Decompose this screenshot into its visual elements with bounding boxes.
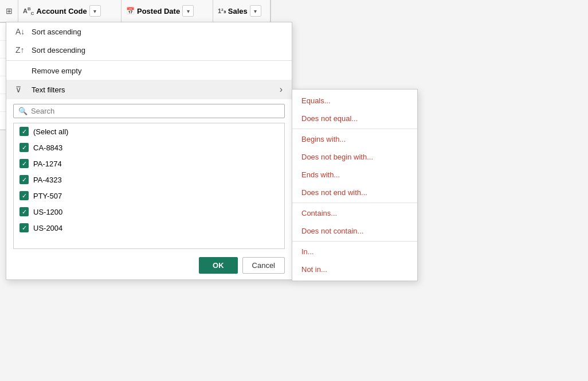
- filter-checkbox-list[interactable]: (Select all) CA-8843 PA-1274 PA-4323 PTY…: [13, 123, 285, 249]
- checkbox-select-all[interactable]: (Select all): [14, 123, 284, 139]
- date-type-icon: 📅: [126, 7, 135, 15]
- account-code-column-header[interactable]: ABC Account Code ▾: [18, 0, 121, 22]
- column-filter-dropdown: A↓ Sort ascending Z↑ Sort descending Rem…: [6, 22, 292, 280]
- submenu-begins-with[interactable]: Begins with...: [292, 130, 417, 148]
- search-box[interactable]: 🔍: [13, 104, 285, 118]
- submenu-does-not-contain[interactable]: Does not contain...: [292, 222, 417, 240]
- sort-ascending-icon: A↓: [15, 27, 27, 36]
- text-filters-left: ⊽ Text filters: [15, 85, 65, 94]
- text-filters-label: Text filters: [32, 85, 65, 94]
- filter-icon: ⊽: [15, 85, 27, 94]
- checkbox-pa-1274-label: PA-1274: [33, 160, 62, 168]
- row-number-header: ⊞: [0, 0, 18, 22]
- text-type-icon: ABC: [23, 6, 34, 16]
- sort-descending-label: Sort descending: [32, 46, 85, 55]
- checkbox-pa-1274-checked: [19, 159, 29, 168]
- checkbox-pty-507-checked: [19, 191, 29, 200]
- posted-date-label: Posted Date: [137, 7, 180, 15]
- checkbox-ca-8843[interactable]: CA-8843: [14, 139, 284, 155]
- checkbox-us-2004-checked: [19, 223, 29, 232]
- text-filters-item[interactable]: ⊽ Text filters ›: [6, 80, 292, 99]
- search-input[interactable]: [31, 107, 280, 115]
- checkbox-us-1200-label: US-1200: [33, 208, 62, 216]
- submenu-divider-1: [292, 129, 417, 129]
- cancel-button[interactable]: Cancel: [242, 257, 285, 274]
- sales-dropdown-button[interactable]: ▾: [250, 5, 261, 17]
- ok-button[interactable]: OK: [199, 257, 238, 274]
- posted-date-column-header[interactable]: 📅 Posted Date ▾: [121, 0, 213, 22]
- submenu-ends-with[interactable]: Ends with...: [292, 166, 417, 184]
- number-type-icon: 1²₃: [218, 7, 226, 15]
- checkbox-us-2004[interactable]: US-2004: [14, 220, 284, 236]
- text-filters-submenu: Equals... Does not equal... Begins with.…: [292, 89, 418, 281]
- submenu-not-in[interactable]: Not in...: [292, 261, 417, 278]
- grid-icon: ⊞: [6, 6, 13, 15]
- checkbox-us-1200-checked: [19, 207, 29, 216]
- checkbox-ca-8843-label: CA-8843: [33, 143, 62, 152]
- search-icon: 🔍: [18, 107, 28, 115]
- sales-column-header[interactable]: 1²₃ Sales ▾: [213, 0, 271, 22]
- checkbox-us-2004-label: US-2004: [33, 224, 62, 232]
- account-code-label: Account Code: [37, 7, 87, 15]
- submenu-does-not-end-with[interactable]: Does not end with...: [292, 184, 417, 201]
- submenu-does-not-equal[interactable]: Does not equal...: [292, 110, 417, 127]
- checkbox-select-all-label: (Select all): [33, 127, 68, 136]
- sort-ascending-label: Sort ascending: [32, 28, 81, 36]
- dropdown-footer: OK Cancel: [6, 251, 292, 279]
- table-header-row: ⊞ ABC Account Code ▾ 📅 Posted Date ▾ 1²₃…: [0, 0, 271, 23]
- posted-date-dropdown-button[interactable]: ▾: [182, 5, 194, 17]
- remove-empty-item[interactable]: Remove empty: [6, 62, 292, 80]
- sort-descending-item[interactable]: Z↑ Sort descending: [6, 41, 292, 59]
- sales-label: Sales: [228, 7, 248, 15]
- remove-empty-label: Remove empty: [32, 67, 81, 75]
- submenu-in[interactable]: In...: [292, 243, 417, 261]
- chevron-right-icon: ›: [280, 84, 283, 95]
- submenu-contains[interactable]: Contains...: [292, 204, 417, 222]
- submenu-does-not-begin-with[interactable]: Does not begin with...: [292, 148, 417, 166]
- submenu-divider-3: [292, 241, 417, 242]
- checkbox-pa-4323-label: PA-4323: [33, 176, 62, 184]
- checkbox-pty-507[interactable]: PTY-507: [14, 188, 284, 204]
- submenu-divider-2: [292, 203, 417, 203]
- sort-ascending-item[interactable]: A↓ Sort ascending: [6, 22, 292, 41]
- submenu-equals[interactable]: Equals...: [292, 92, 417, 110]
- checkbox-ca-8843-checked: [19, 143, 29, 152]
- checkbox-pty-507-label: PTY-507: [33, 192, 62, 200]
- divider-1: [6, 60, 292, 61]
- checkbox-pa-4323-checked: [19, 175, 29, 184]
- account-code-dropdown-button[interactable]: ▾: [89, 5, 101, 17]
- sort-descending-icon: Z↑: [15, 45, 27, 55]
- checkbox-us-1200[interactable]: US-1200: [14, 204, 284, 220]
- checkbox-pa-1274[interactable]: PA-1274: [14, 155, 284, 172]
- checkbox-pa-4323[interactable]: PA-4323: [14, 172, 284, 188]
- checkbox-select-all-checked: [19, 127, 29, 136]
